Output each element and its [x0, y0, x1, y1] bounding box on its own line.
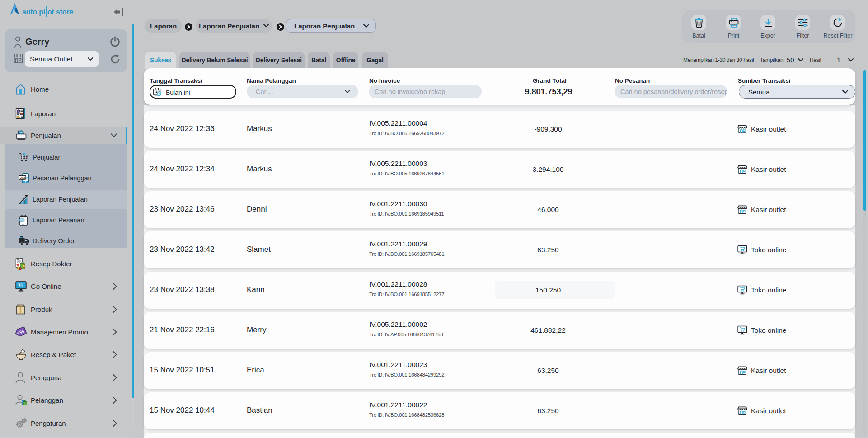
svg-text:ORDER: ORDER	[20, 177, 28, 179]
svg-text:ORDER: ORDER	[20, 219, 26, 221]
